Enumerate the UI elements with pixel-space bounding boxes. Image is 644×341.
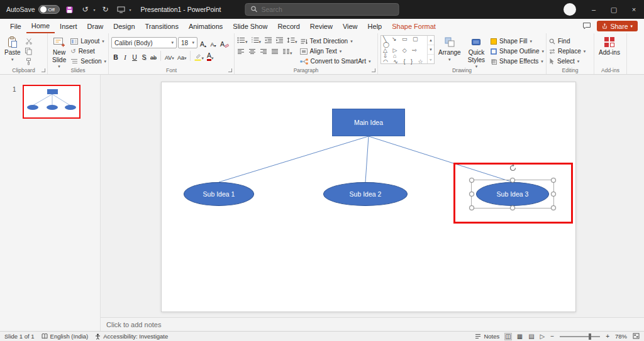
tab-animations[interactable]: Animations bbox=[184, 19, 228, 33]
tab-design[interactable]: Design bbox=[108, 19, 140, 33]
underline-button[interactable]: U bbox=[130, 51, 139, 61]
language-button[interactable]: English (India) bbox=[42, 333, 89, 340]
zoom-slider[interactable] bbox=[560, 336, 600, 337]
search-box[interactable] bbox=[245, 3, 399, 16]
customize-toolbar-icon[interactable] bbox=[116, 6, 127, 13]
font-size-combobox[interactable]: 18 ▾ bbox=[178, 37, 197, 48]
tab-shape-format[interactable]: Shape Format bbox=[387, 19, 441, 33]
find-button[interactable]: Find bbox=[549, 37, 586, 45]
align-text-button[interactable]: Align Text ▾ bbox=[300, 47, 371, 55]
tab-home[interactable]: Home bbox=[26, 19, 55, 33]
zoom-level[interactable]: 78% bbox=[615, 333, 627, 340]
normal-view-icon[interactable]: ◫ bbox=[505, 333, 511, 340]
numbering-button[interactable]: ▾ bbox=[251, 37, 262, 45]
resize-handle-middle-left[interactable] bbox=[469, 192, 474, 197]
shape-gallery-row2-icon[interactable]: △ ▷ ◇ ⇨ ⇩ ⌂ bbox=[383, 48, 425, 59]
account-avatar[interactable] bbox=[564, 3, 576, 16]
resize-handle-top-left[interactable] bbox=[469, 178, 474, 183]
format-painter-icon[interactable] bbox=[25, 57, 33, 65]
comments-icon[interactable] bbox=[582, 22, 591, 31]
cut-icon[interactable] bbox=[25, 37, 33, 45]
addins-button[interactable]: Add-ins bbox=[597, 35, 622, 57]
copy-icon[interactable] bbox=[25, 47, 33, 55]
font-color-button[interactable]: A ▾ bbox=[206, 51, 215, 61]
main-idea-shape[interactable]: Main Idea bbox=[332, 109, 405, 136]
tab-help[interactable]: Help bbox=[363, 19, 387, 33]
resize-handle-middle-right[interactable] bbox=[551, 192, 556, 197]
tab-slide-show[interactable]: Slide Show bbox=[228, 19, 272, 33]
increase-indent-icon[interactable] bbox=[275, 37, 284, 45]
slide-canvas[interactable]: Main Idea Sub Idea 1 Sub Idea 2 Sub Idea… bbox=[161, 82, 576, 312]
shape-gallery-row3-icon[interactable]: ◠ ∿ { } ☆ bbox=[383, 59, 425, 65]
tab-review[interactable]: Review bbox=[305, 19, 338, 33]
paste-button[interactable]: Paste ▾ bbox=[3, 35, 23, 63]
gallery-scroll-down-icon[interactable]: ▼ bbox=[428, 45, 434, 54]
gallery-scroll-up-icon[interactable]: ▲ bbox=[428, 36, 434, 45]
slideshow-view-icon[interactable]: ▷ bbox=[540, 333, 545, 340]
share-button[interactable]: Share ▾ bbox=[597, 21, 638, 31]
tab-draw[interactable]: Draw bbox=[82, 19, 109, 33]
shape-fill-button[interactable]: Shape Fill ▾ bbox=[491, 37, 544, 45]
resize-handle-top-right[interactable] bbox=[551, 178, 556, 183]
rotate-handle-icon[interactable] bbox=[509, 164, 517, 172]
resize-handle-bottom-left[interactable] bbox=[469, 205, 474, 210]
align-center-icon[interactable] bbox=[248, 48, 256, 56]
search-input[interactable] bbox=[262, 6, 394, 13]
reading-view-icon[interactable]: ▤ bbox=[528, 333, 534, 340]
columns-button[interactable]: ▾ bbox=[282, 48, 292, 56]
new-slide-button[interactable]: New Slide ▾ bbox=[50, 35, 68, 70]
strikethrough-button[interactable]: ab bbox=[149, 51, 158, 61]
accessibility-button[interactable]: Accessibility: Investigate bbox=[95, 333, 168, 340]
sub-idea-2-shape[interactable]: Sub Idea 2 bbox=[323, 182, 408, 206]
text-shadow-button[interactable]: S bbox=[140, 51, 148, 61]
shape-gallery-row1-icon[interactable]: ╲ ↘ ▭ ▢ ◯ bbox=[383, 36, 425, 48]
undo-icon[interactable]: ↺ bbox=[80, 5, 91, 14]
tab-transitions[interactable]: Transitions bbox=[140, 19, 184, 33]
shape-effects-button[interactable]: Shape Effects ▾ bbox=[491, 57, 544, 65]
align-left-icon[interactable] bbox=[237, 48, 245, 56]
character-spacing-button[interactable]: AV▾ bbox=[164, 51, 175, 61]
reset-button[interactable]: ↺ Reset bbox=[70, 47, 106, 55]
text-direction-button[interactable]: Text Direction ▾ bbox=[300, 37, 371, 45]
justify-icon[interactable] bbox=[271, 48, 279, 56]
zoom-slider-thumb[interactable] bbox=[589, 333, 591, 340]
redo-icon[interactable]: ↻ bbox=[100, 5, 111, 14]
autosave-switch[interactable]: Off bbox=[38, 5, 60, 14]
notes-pane[interactable]: Click to add notes bbox=[101, 317, 644, 331]
save-icon[interactable] bbox=[64, 6, 75, 13]
resize-handle-top-middle[interactable] bbox=[510, 178, 515, 183]
close-button[interactable]: × bbox=[624, 0, 644, 19]
notes-toggle-button[interactable]: Notes bbox=[475, 333, 499, 340]
slide-sorter-view-icon[interactable]: ▦ bbox=[517, 333, 523, 340]
resize-handle-bottom-middle[interactable] bbox=[510, 205, 515, 210]
shape-gallery[interactable]: ╲ ↘ ▭ ▢ ◯ △ ▷ ◇ ⇨ ⇩ ⌂ ◠ ∿ { } ☆ ▲ ▼ ▿ bbox=[380, 35, 435, 64]
fit-to-window-icon[interactable] bbox=[633, 333, 640, 340]
decrease-indent-icon[interactable] bbox=[264, 37, 272, 45]
replace-button[interactable]: Replace ▾ bbox=[549, 47, 586, 55]
arrange-button[interactable]: Arrange ▾ bbox=[437, 35, 462, 63]
minimize-button[interactable]: – bbox=[584, 0, 604, 19]
resize-handle-bottom-right[interactable] bbox=[551, 205, 556, 210]
slide-thumbnail[interactable] bbox=[23, 85, 80, 119]
bullets-button[interactable]: ▾ bbox=[237, 37, 248, 45]
select-button[interactable]: Select ▾ bbox=[549, 57, 586, 65]
convert-to-smartart-button[interactable]: Convert to SmartArt ▾ bbox=[300, 57, 371, 65]
align-right-icon[interactable] bbox=[260, 48, 267, 56]
toolbar-dropdown-icon[interactable]: ▾ bbox=[130, 8, 131, 12]
paragraph-dialog-launcher-icon[interactable] bbox=[372, 68, 375, 72]
maximize-button[interactable]: ▢ bbox=[604, 0, 624, 19]
font-dialog-launcher-icon[interactable] bbox=[228, 68, 232, 72]
layout-button[interactable]: Layout ▾ bbox=[70, 37, 106, 45]
clear-formatting-button[interactable]: A bbox=[219, 38, 230, 48]
italic-button[interactable]: I bbox=[121, 51, 130, 61]
gallery-more-icon[interactable]: ▿ bbox=[428, 54, 434, 63]
zoom-out-button[interactable]: − bbox=[550, 333, 554, 340]
tab-record[interactable]: Record bbox=[272, 19, 304, 33]
autosave-toggle[interactable]: AutoSave Off bbox=[6, 5, 60, 14]
bold-button[interactable]: B bbox=[111, 51, 120, 61]
section-button[interactable]: Section ▾ bbox=[70, 57, 106, 65]
font-name-combobox[interactable]: Calibri (Body) ▾ bbox=[111, 37, 177, 48]
undo-dropdown-icon[interactable]: ▾ bbox=[94, 8, 96, 12]
tab-insert[interactable]: Insert bbox=[55, 19, 82, 33]
sub-idea-1-shape[interactable]: Sub Idea 1 bbox=[184, 182, 254, 206]
